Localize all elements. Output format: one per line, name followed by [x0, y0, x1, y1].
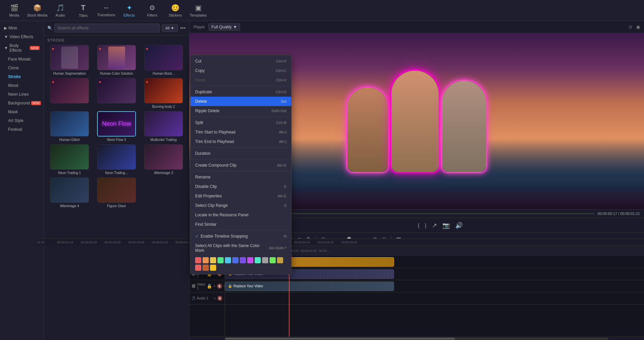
effect-thumb-human-color-solution: ♥	[97, 45, 136, 70]
toolbar-titles[interactable]: T Titles	[72, 1, 94, 20]
effect-thumb-afterimage-4	[50, 177, 89, 203]
effect-afterimage-3[interactable]: Afterimage 3	[141, 144, 186, 175]
effect-human-segmentation[interactable]: ♥ Human Segmentation	[47, 45, 92, 75]
color-swatch-brown[interactable]	[203, 265, 209, 271]
media-icon: 🎬	[10, 4, 19, 12]
audio1-label: Audio 1	[197, 296, 208, 300]
effect-human-color-solution[interactable]: ♥ Human Color Solution	[94, 45, 139, 75]
ctx-split[interactable]: Split Ctrl+B	[190, 118, 291, 127]
color-swatch-green[interactable]	[217, 257, 224, 263]
sidebar-item-festival[interactable]: Festival	[2, 125, 42, 134]
effect-label-afterimage-4: Afterimage 4	[60, 204, 79, 208]
ctx-duplicate[interactable]: Duplicate Ctrl+D	[190, 87, 291, 97]
sidebar-item-stroke[interactable]: Stroke	[2, 72, 42, 81]
toolbar-filters[interactable]: ⚙ Filters	[141, 1, 163, 20]
pip-icon[interactable]: ▣	[636, 25, 640, 29]
filter-button[interactable]: All ▼	[162, 24, 178, 32]
color-swatch-purple[interactable]	[240, 257, 246, 263]
color-swatch-cyan[interactable]	[225, 257, 231, 263]
effect-human-glitch[interactable]: Human Glitch	[47, 111, 92, 142]
ctx-trim-end[interactable]: Trim End to Playhead Alt+]	[190, 137, 291, 146]
color-swatch-yellow[interactable]	[210, 257, 216, 263]
ctx-color-mark[interactable]: Select All Clips with the Same Color Mar…	[190, 241, 291, 255]
fullscreen-icon[interactable]: ⊡	[629, 25, 632, 29]
out-point-button[interactable]: }	[425, 223, 427, 228]
effect-extra2[interactable]: ♥	[94, 78, 139, 108]
toolbar-stickers[interactable]: 😊 Stickers	[164, 1, 186, 20]
color-swatch-pink[interactable]	[195, 257, 201, 263]
h-scrollbar[interactable]	[225, 338, 608, 340]
sidebar-item-mood[interactable]: Mood	[2, 81, 42, 90]
ctx-delete[interactable]: Delete Del	[190, 97, 291, 106]
sidebar-item-mask[interactable]: Mask	[2, 107, 42, 116]
ctx-rename[interactable]: Rename	[190, 172, 291, 182]
ctx-ripple-delete[interactable]: Ripple Delete Shift+Del	[190, 106, 291, 116]
mark-button[interactable]: ↗	[432, 222, 437, 229]
ctx-select-range[interactable]: Select Clip Range X	[190, 201, 291, 210]
ctx-compound[interactable]: Create Compound Clip Alt+G	[190, 161, 291, 170]
effect-label-human-glitch: Human Glitch	[59, 138, 80, 142]
color-swatch-lime[interactable]	[270, 257, 276, 263]
ctx-cut[interactable]: Cut Ctrl+X	[190, 56, 291, 66]
sidebar-item-face-mosaic[interactable]: Face Mosaic	[2, 55, 42, 64]
sidebar-item-video-effects[interactable]: ▼ Video Effects	[0, 32, 44, 41]
in-point-button[interactable]: {	[418, 223, 419, 228]
sidebar-item-body-effects[interactable]: ▼ Body Effects NEW	[0, 41, 44, 55]
current-time: 00:00:00:17	[598, 212, 617, 216]
ctx-trim-start[interactable]: Trim Start to Playhead Alt+[	[190, 127, 291, 137]
effect-burning-body[interactable]: ♥ Burning body 2	[141, 78, 186, 108]
toolbar-stock-media[interactable]: 📦 Stock Media	[26, 1, 48, 20]
mute-icon-audio1[interactable]: 🔇	[217, 296, 223, 301]
ctx-find-similar[interactable]: Find Similar	[190, 220, 291, 229]
volume-button[interactable]: 🔊	[455, 222, 463, 229]
ctx-snapping[interactable]: ✓ Enable Timeline Snapping N	[190, 232, 291, 241]
color-swatch-gold[interactable]	[210, 265, 216, 271]
effect-label-multicolor: Multicolor Trailing	[151, 138, 177, 142]
add-icon-audio1[interactable]: +	[213, 296, 216, 301]
ctx-locate[interactable]: Locate in the Resource Panel	[190, 210, 291, 220]
toolbar-stickers-label: Stickers	[168, 13, 182, 17]
more-options-icon[interactable]: •••	[180, 25, 186, 31]
toolbar-templates[interactable]: ▣ Templates	[187, 1, 209, 20]
quality-select[interactable]: Full Quality ▼	[208, 23, 240, 31]
effect-extra1[interactable]: ♥	[47, 78, 92, 108]
search-input[interactable]	[54, 24, 160, 32]
ctx-disable[interactable]: Disable Clip E	[190, 182, 291, 191]
color-swatch-olive[interactable]	[277, 257, 283, 263]
h-scrollbar-thumb[interactable]	[225, 338, 455, 340]
add-icon-video1[interactable]: +	[213, 284, 216, 289]
effect-afterimage-4[interactable]: Afterimage 4	[47, 177, 92, 208]
effect-neon-flow-3[interactable]: ♥ Neon Flow Neon Flow 3	[94, 111, 139, 142]
toolbar-effects[interactable]: ✦ Effects	[118, 1, 140, 20]
toolbar-audio[interactable]: 🎵 Audio	[49, 1, 71, 20]
effect-neon-trailing-2[interactable]: Neon Trailing...	[94, 144, 139, 175]
color-swatch-red[interactable]	[195, 265, 201, 271]
player-icons: ⊡ ▣	[629, 25, 640, 29]
effect-neon-trailing-1[interactable]: Neon Trailing 1	[47, 144, 92, 175]
ctx-edit-props[interactable]: Edit Properties Alt+E	[190, 191, 291, 201]
sidebar-item-neon-lines[interactable]: Neon Lines	[2, 90, 42, 99]
lock-icon-video1[interactable]: 🔒	[207, 284, 212, 289]
effect-figure-glare[interactable]: Figure Glare	[94, 177, 139, 208]
effect-human-bord[interactable]: ♥ Human Bord...	[141, 45, 186, 75]
sidebar-item-background[interactable]: Background NEW	[2, 99, 42, 107]
ctx-copy[interactable]: Copy Ctrl+C	[190, 66, 291, 75]
ctx-duration[interactable]: Duration	[190, 149, 291, 158]
track-label-audio1: 🎵 Audio 1 + 🔇	[189, 292, 225, 305]
snapshot-button[interactable]: 📷	[442, 222, 450, 229]
color-swatch-teal[interactable]	[255, 257, 261, 263]
color-swatch-gray[interactable]	[262, 257, 268, 263]
clip-video1[interactable]: 🔒 Replace Your Video	[225, 282, 394, 291]
sidebar-item-art-style[interactable]: Art Style	[2, 116, 42, 125]
track-label-video1: 🎬 Video 1 🔒 + 🔇 👁	[189, 280, 225, 292]
sidebar-item-clone[interactable]: Clone	[2, 64, 42, 72]
sidebar-item-mine[interactable]: ▶ Mine	[0, 24, 44, 32]
mute-icon-video1[interactable]: 🔇	[217, 284, 222, 289]
color-swatch-blue[interactable]	[232, 257, 238, 263]
effect-multicolor[interactable]: Multicolor Trailing	[141, 111, 186, 142]
color-swatch-magenta[interactable]	[247, 257, 253, 263]
effects-grid: ♥ Human Segmentation ♥ Human Color	[47, 45, 186, 208]
toolbar-transitions[interactable]: ↔ Transitions	[95, 1, 117, 20]
toolbar-media[interactable]: 🎬 Media	[3, 1, 25, 20]
color-swatch-orange[interactable]	[203, 257, 209, 263]
